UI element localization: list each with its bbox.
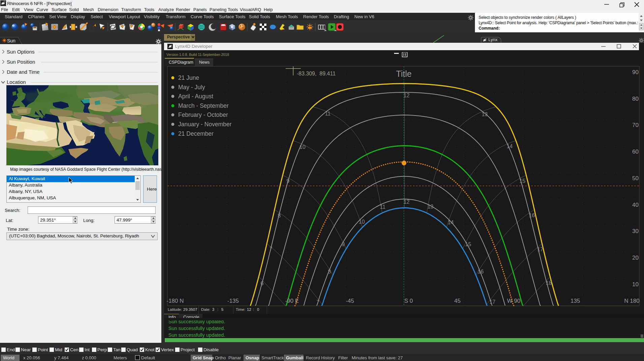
svg-text:April - August: April - August: [178, 93, 213, 100]
svg-text:W 90: W 90: [507, 298, 520, 304]
svg-text:-135: -135: [227, 298, 239, 304]
svg-text:-83.309, 89.411: -83.309, 89.411: [297, 71, 335, 76]
svg-text:8: 8: [278, 213, 281, 219]
svg-text:20: 20: [632, 255, 639, 261]
svg-text:10: 10: [632, 281, 639, 288]
svg-text:6: 6: [261, 281, 264, 286]
svg-text:16: 16: [478, 269, 484, 274]
svg-text:May - July: May - July: [178, 84, 205, 91]
svg-text:13: 13: [482, 111, 488, 117]
svg-text:14: 14: [507, 143, 513, 149]
svg-text:18: 18: [546, 280, 552, 286]
svg-text:15: 15: [519, 178, 525, 184]
svg-text:90: 90: [632, 69, 639, 75]
svg-text:60: 60: [632, 149, 639, 155]
svg-text:14: 14: [448, 220, 454, 225]
svg-text:7: 7: [317, 299, 320, 305]
svg-text:30: 30: [632, 228, 639, 234]
svg-text:11: 11: [380, 204, 386, 210]
svg-text:-90 E: -90 E: [285, 298, 299, 304]
svg-text:January - November: January - November: [178, 121, 232, 128]
svg-text:135: 135: [571, 298, 580, 304]
svg-text:45: 45: [454, 298, 461, 304]
svg-text:13: 13: [427, 204, 433, 209]
svg-text:21 June: 21 June: [178, 74, 199, 81]
svg-text:12: 12: [404, 93, 410, 98]
svg-text:Title: Title: [396, 69, 412, 78]
svg-text:-45: -45: [346, 298, 354, 304]
svg-text:7: 7: [269, 246, 272, 252]
svg-text:12: 12: [404, 199, 410, 205]
svg-text:11: 11: [325, 111, 331, 117]
svg-text:80: 80: [632, 96, 639, 102]
svg-text:9: 9: [342, 241, 345, 247]
svg-text:February - October: February - October: [178, 111, 228, 118]
svg-text:9: 9: [287, 178, 290, 184]
svg-text:16: 16: [529, 212, 535, 218]
svg-text:50: 50: [632, 175, 639, 182]
svg-text:8: 8: [328, 269, 331, 274]
svg-text:70: 70: [632, 122, 639, 128]
svg-text:17: 17: [537, 247, 543, 252]
svg-text:10: 10: [299, 144, 305, 150]
svg-text:10: 10: [359, 219, 365, 225]
svg-text:17: 17: [489, 299, 495, 305]
svg-text:40: 40: [632, 202, 639, 208]
svg-text:21 December: 21 December: [178, 130, 214, 137]
svg-text:March - September: March - September: [178, 102, 229, 109]
svg-text:S 0: S 0: [404, 298, 413, 304]
svg-text:-180 N: -180 N: [166, 298, 184, 304]
svg-text:N 180: N 180: [624, 298, 639, 304]
svg-text:15: 15: [465, 241, 471, 247]
